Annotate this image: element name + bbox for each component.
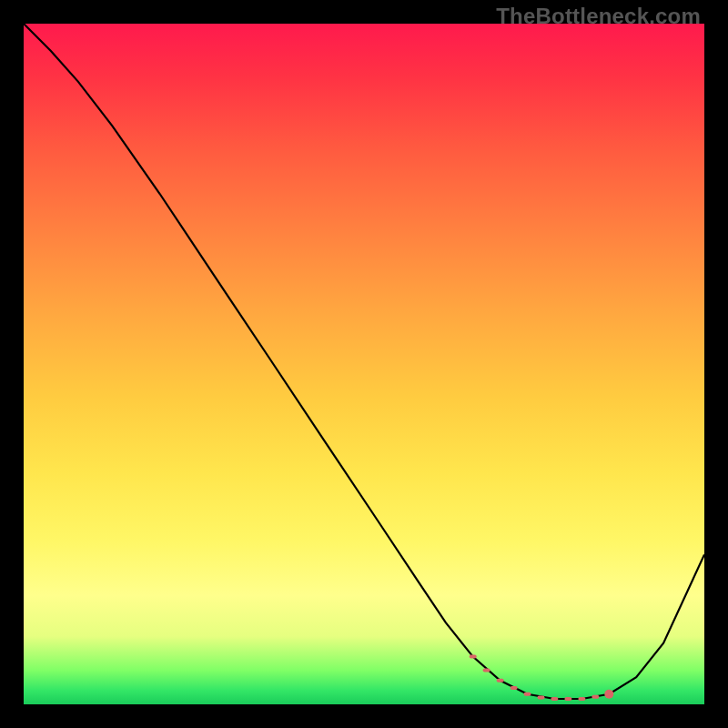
chart-container: TheBottleneck.com xyxy=(0,0,728,728)
plot-area xyxy=(24,24,704,704)
svg-point-11 xyxy=(604,690,613,699)
svg-rect-2 xyxy=(497,679,504,682)
svg-rect-1 xyxy=(483,669,490,672)
svg-rect-3 xyxy=(511,686,518,690)
svg-rect-4 xyxy=(524,693,531,696)
svg-rect-7 xyxy=(564,697,571,701)
svg-rect-9 xyxy=(592,695,599,699)
bottleneck-curve xyxy=(24,24,704,704)
svg-rect-6 xyxy=(551,697,558,701)
svg-rect-0 xyxy=(470,655,477,659)
svg-rect-5 xyxy=(538,696,545,700)
svg-rect-8 xyxy=(578,697,585,701)
svg-rect-10 xyxy=(605,693,612,696)
